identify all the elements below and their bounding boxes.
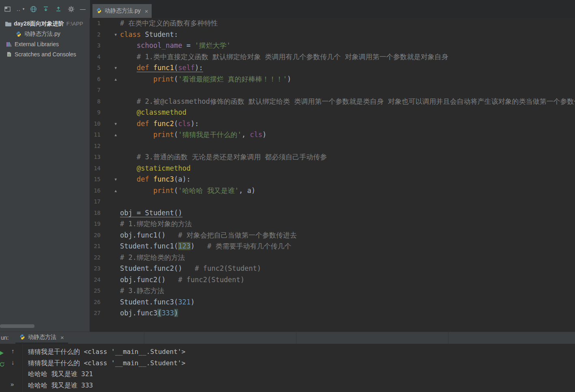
code-line[interactable]: 21Student.func1(123) # 类需要手动有几个传几个 — [90, 241, 575, 252]
editor-tab-active[interactable]: 动静态方法.py × — [92, 4, 152, 18]
code-line[interactable]: 15▾ def func3(a): — [90, 174, 575, 185]
code-line[interactable]: 23Student.func2() # func2(Student) — [90, 263, 575, 274]
code-line[interactable]: 20obj.func1() # 对象会把自己当做第一个参数传进去 — [90, 230, 575, 241]
code-text: # 3.静态方法 — [120, 285, 164, 297]
external-libraries-icon — [6, 41, 12, 47]
project-root-row[interactable]: day28面向对象进阶 F:\APP — [0, 19, 90, 29]
editor-tab-label: 动静态方法.py — [105, 7, 141, 15]
project-file-row[interactable]: 动静态方法.py — [0, 29, 90, 39]
ide-window: .. ▾ — 动静态方法.py × — [0, 0, 575, 392]
up-arrow-icon[interactable]: ↑ — [11, 348, 15, 354]
code-line[interactable]: 17 — [90, 196, 575, 208]
collapse-all-icon[interactable] — [42, 5, 49, 13]
fold-spacer — [101, 141, 120, 152]
code-text: Student.func1(123) # 类需要手动有几个传几个 — [120, 241, 291, 252]
code-line[interactable]: 3 school_name = '摆烂大学' — [90, 40, 575, 51]
fold-marker-icon[interactable]: ▾ — [101, 174, 120, 185]
fold-marker-icon[interactable]: ▾ — [101, 62, 120, 74]
code-text: # 1.绑定给对象的方法 — [120, 218, 192, 230]
code-line[interactable]: 19# 1.绑定给对象的方法 — [90, 218, 575, 230]
line-number: 5 — [90, 62, 101, 74]
code-line[interactable]: 8 # 2.被@classmethod修饰的函数 默认绑定给类 类调用第一个参数… — [90, 96, 575, 107]
run-tab-label: 动静态方法 — [28, 334, 56, 341]
scratches-label: Scratches and Consoles — [15, 51, 76, 58]
console-line: 哈哈哈 我又是谁 321 — [28, 368, 575, 380]
code-line[interactable]: 22# 2.绑定给类的方法 — [90, 252, 575, 263]
console-output: 猜猜我是干什么的 <class '__main__.Student'>猜猜我是干… — [28, 346, 575, 391]
code-line[interactable]: 10▾ def func2(cls): — [90, 118, 575, 130]
more-ellipsis[interactable]: .. — [17, 6, 21, 12]
top-bar: .. ▾ — 动静态方法.py × — [0, 0, 575, 18]
settings-gear-icon[interactable] — [67, 5, 75, 13]
fold-marker-icon[interactable]: ▴ — [101, 185, 120, 197]
fold-spacer — [101, 285, 120, 297]
run-panel: un: 动静态方法 × ↑ ↓ » 猜猜我是干什么的 < — [0, 332, 575, 392]
console-line: 哈哈哈 我又是谁 333 — [28, 380, 575, 391]
fold-spacer — [101, 230, 120, 241]
run-tab-close-icon[interactable]: × — [60, 334, 64, 341]
console[interactable]: 猜猜我是干什么的 <class '__main__.Student'>猜猜我是干… — [23, 344, 575, 392]
run-tab-active[interactable]: 动静态方法 × — [15, 332, 68, 344]
code-line[interactable]: 5▾ def func1(self): — [90, 62, 575, 74]
window-icon[interactable] — [4, 5, 11, 13]
scratches-row[interactable]: Scratches and Consoles — [0, 49, 90, 59]
code-line[interactable]: 26Student.func3(321) — [90, 297, 575, 308]
line-number: 11 — [90, 129, 101, 141]
fold-spacer — [101, 196, 120, 208]
line-number: 12 — [90, 141, 101, 152]
line-number: 2 — [90, 29, 101, 41]
code-text: obj.func3(333) — [120, 308, 178, 319]
editor[interactable]: 1# 在类中定义的函数有多种特性2▾class Student:3 school… — [90, 18, 575, 332]
line-number: 13 — [90, 152, 101, 163]
code-line[interactable]: 25# 3.静态方法 — [90, 285, 575, 297]
code-line[interactable]: 2▾class Student: — [90, 29, 575, 41]
main-toolbar: .. ▾ — — [0, 0, 90, 18]
fold-spacer — [101, 107, 120, 118]
code-line[interactable]: 9 @classmethod — [90, 107, 575, 118]
code-line[interactable]: 27obj.func3(333) — [90, 308, 575, 319]
code-line[interactable]: 12 — [90, 141, 575, 152]
fold-spacer — [101, 218, 120, 230]
code-line[interactable]: 24obj.func2() # func2(Student) — [90, 274, 575, 286]
double-chevron-icon[interactable]: » — [11, 381, 14, 387]
fold-spacer — [101, 252, 120, 263]
code-text: # 在类中定义的函数有多种特性 — [120, 18, 218, 29]
code-line[interactable]: 14 @staticmethod — [90, 163, 575, 174]
code-text: @staticmethod — [120, 163, 191, 174]
minimize-icon[interactable]: — — [80, 6, 86, 12]
horizontal-scrollbar-thumb[interactable] — [0, 324, 34, 328]
code-text: def func3(a): — [120, 174, 191, 185]
line-number: 15 — [90, 174, 101, 185]
external-libraries-label: External Libraries — [15, 41, 59, 47]
code-line[interactable]: 1# 在类中定义的函数有多种特性 — [90, 18, 575, 29]
fold-spacer — [101, 263, 120, 274]
code-text: obj.func1() # 对象会把自己当做第一个参数传进去 — [120, 230, 297, 241]
line-number: 4 — [90, 51, 101, 63]
code-line[interactable]: 16▴ print('哈哈哈 我又是谁', a) — [90, 185, 575, 197]
code-line[interactable]: 11▴ print('猜猜我是干什么的', cls) — [90, 129, 575, 141]
project-root-name: day28面向对象进阶 — [14, 20, 64, 28]
code-line[interactable]: 7 — [90, 85, 575, 96]
down-arrow-icon[interactable]: ↓ — [11, 359, 15, 365]
code-text: def func2(cls): — [120, 118, 199, 130]
run-icon[interactable] — [0, 350, 4, 356]
code-line[interactable]: 4 # 1.类中直接定义函数 默认绑定给对象 类调用有几个参数传几个 对象调用第… — [90, 51, 575, 63]
external-libraries-row[interactable]: External Libraries — [0, 39, 90, 49]
code-line[interactable]: 6▴ print('看谁最能摆烂 真的好棒棒！！！') — [90, 74, 575, 85]
code-line[interactable]: 18obj = Student() — [90, 208, 575, 219]
fold-spacer — [101, 18, 120, 29]
fold-marker-icon[interactable]: ▴ — [101, 129, 120, 141]
fold-marker-icon[interactable]: ▾ — [101, 118, 120, 130]
fold-marker-icon[interactable]: ▾ — [101, 29, 120, 41]
globe-icon[interactable] — [30, 5, 37, 13]
dropdown-arrow-icon[interactable]: ▾ — [23, 7, 25, 11]
project-root-path: F:\APP — [67, 21, 83, 27]
fold-marker-icon[interactable]: ▴ — [101, 74, 120, 85]
fold-spacer — [101, 208, 120, 219]
python-file-icon — [96, 8, 102, 15]
expand-all-icon[interactable] — [55, 5, 62, 13]
code-line[interactable]: 13 # 3.普通的函数 无论是类还是对象调用 都必须自己手动传参 — [90, 152, 575, 163]
code-text: Student.func3(321) — [120, 297, 195, 308]
tab-close-icon[interactable]: × — [145, 8, 148, 15]
rerun-icon[interactable] — [0, 362, 5, 368]
